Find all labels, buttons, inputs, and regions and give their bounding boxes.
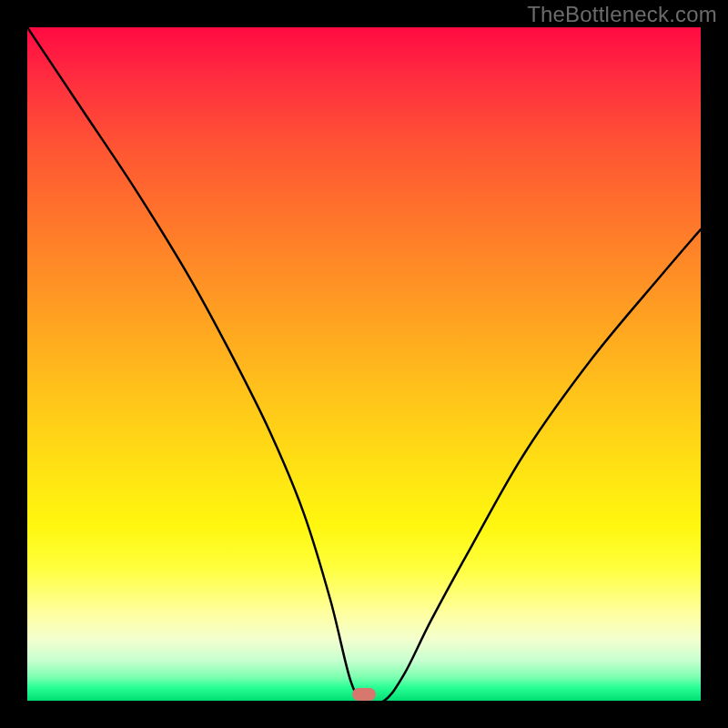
bottleneck-curve <box>27 27 701 701</box>
optimal-point-marker <box>352 688 376 701</box>
watermark-text: TheBottleneck.com <box>527 2 717 27</box>
chart-frame: TheBottleneck.com <box>0 0 728 728</box>
plot-area <box>27 27 701 701</box>
